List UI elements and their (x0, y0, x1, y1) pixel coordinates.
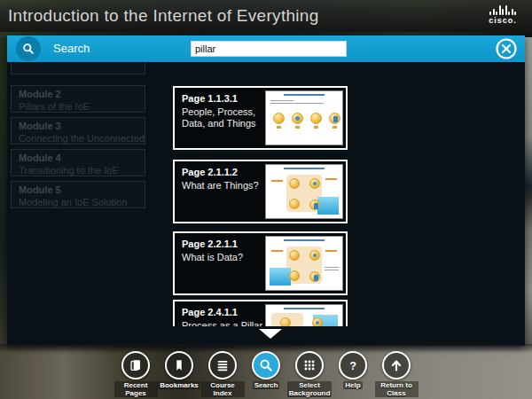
toolbar-label: Recent Pages (114, 381, 158, 397)
module-item-3: Module 3 Connecting the Unconnected (11, 117, 145, 145)
toolbar-item-course-index[interactable]: Course Index (201, 351, 245, 397)
close-icon (495, 37, 518, 60)
close-button[interactable] (495, 37, 518, 60)
background-grid-icon (301, 357, 317, 373)
module-item-1: What is the IoE? (11, 62, 145, 74)
toolbar-item-help[interactable]: ? Help (332, 351, 375, 397)
cisco-logo-text: cisco. (481, 16, 524, 25)
toolbar-item-search[interactable]: Search (245, 351, 288, 397)
result-title: What is Data? (182, 252, 263, 263)
search-result-item[interactable]: Page 1.1.3.1 People, Process, Data, and … (173, 86, 348, 150)
result-page-number: Page 1.1.3.1 (182, 93, 263, 104)
course-index-icon (215, 357, 231, 373)
slide-thumbnail (265, 304, 343, 326)
toolbar-label: Return to Class (375, 381, 419, 397)
toolbar-label: Help (343, 381, 362, 389)
background-photo-sea (525, 37, 532, 348)
search-icon (21, 42, 35, 56)
result-title: Process as a Pillar (182, 320, 263, 326)
search-badge (16, 36, 41, 61)
search-result-item[interactable]: Page 2.1.1.2 What are Things? (173, 160, 348, 223)
return-arrow-icon (388, 357, 404, 373)
header-bar: Introduction to the Internet of Everythi… (0, 0, 532, 32)
toolbar-item-recent-pages[interactable]: Recent Pages (114, 351, 158, 397)
search-overlay-panel: Search What is the IoE? Module 2 Pillars… (7, 35, 525, 346)
search-label: Search (53, 35, 90, 62)
toolbar-item-return-to-class[interactable]: Return to Class (375, 351, 419, 397)
scroll-more-arrow[interactable] (259, 329, 282, 339)
slide-thumbnail (265, 236, 343, 291)
slide-thumbnail (265, 164, 343, 219)
search-result-item[interactable]: Page 2.4.1.1 Process as a Pillar (173, 300, 348, 326)
search-bar: Search (7, 35, 525, 62)
toolbar-label: Bookmarks (158, 381, 200, 389)
cisco-logo-bars-icon (481, 4, 524, 15)
toolbar-label: Course Index (201, 381, 245, 397)
toolbar-label: Select Background (287, 381, 332, 397)
search-input[interactable] (191, 41, 347, 57)
app-window: Introduction to the Internet of Everythi… (0, 0, 532, 399)
result-title: People, Process, Data, and Things (182, 106, 263, 129)
toolbar-label: Search (253, 381, 280, 389)
help-icon: ? (345, 357, 361, 373)
page-title: Introduction to the Internet of Everythi… (0, 6, 319, 26)
result-page-number: Page 2.4.1.1 (182, 307, 263, 317)
module-item-4: Module 4 Transitioning to the IoE (11, 149, 145, 176)
result-page-number: Page 2.1.1.2 (182, 167, 263, 177)
recent-pages-icon (128, 357, 144, 373)
search-results-panel: What is the IoE? Module 2 Pillars of the… (7, 62, 525, 346)
slide-thumbnail (265, 90, 343, 145)
search-result-item[interactable]: Page 2.2.1.1 What is Data? (173, 231, 348, 295)
module-item-5: Module 5 Modeling an IoE Solution (11, 181, 145, 208)
result-title: What are Things? (182, 180, 263, 192)
toolbar-item-select-background[interactable]: Select Background (288, 351, 332, 397)
module-item-2: Module 2 Pillars of the IoE (11, 85, 145, 113)
search-icon (258, 357, 274, 373)
bookmark-icon (171, 357, 187, 373)
svg-text:?: ? (349, 360, 356, 372)
toolbar-item-bookmarks[interactable]: Bookmarks (158, 351, 201, 397)
bottom-toolbar: Recent Pages Bookmarks Course Index (0, 351, 532, 397)
cisco-logo: cisco. (481, 4, 524, 25)
result-page-number: Page 2.2.1.1 (182, 239, 263, 249)
